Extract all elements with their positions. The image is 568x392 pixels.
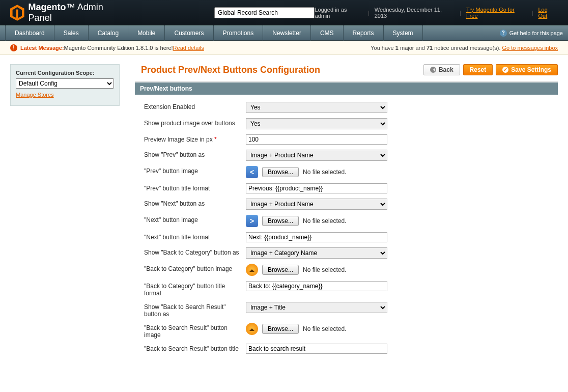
read-details-link[interactable]: Read details: [173, 45, 204, 51]
next-img-label: "Next" button image: [144, 215, 246, 223]
show-next-select[interactable]: Image + Product Name: [246, 199, 387, 210]
show-img-select[interactable]: Yes: [246, 118, 387, 129]
header-bar: Magento™ Admin Panel Logged in as admin …: [0, 0, 568, 25]
msg-text: Magento Community Edition 1.8.1.0 is her…: [64, 45, 173, 51]
config-scope-sidebar: Current Configuration Scope: Default Con…: [10, 64, 120, 106]
nav-newsletter[interactable]: Newsletter: [263, 25, 311, 41]
msg-label: Latest Message:: [20, 45, 64, 51]
prev-title-input[interactable]: [246, 183, 387, 193]
nav-cms[interactable]: CMS: [311, 25, 344, 41]
msg-right: You have 1 major and 71 notice unread me…: [371, 45, 558, 51]
scope-select[interactable]: Default Config: [16, 78, 114, 89]
nav-system[interactable]: System: [384, 25, 423, 41]
show-img-label: Show product image over buttons: [144, 118, 246, 127]
logged-in-text: Logged in as admin: [315, 7, 363, 19]
prev-img-label: "Prev" button image: [144, 166, 246, 175]
show-back-cat-select[interactable]: Image + Category Name: [246, 247, 387, 259]
header-right: Logged in as admin | Wednesday, December…: [315, 7, 558, 19]
try-magento-link[interactable]: Try Magento Go for Free: [466, 7, 527, 19]
check-icon: ✓: [502, 67, 508, 73]
section-header[interactable]: Prev/Next buttons: [135, 82, 558, 95]
global-search-input[interactable]: [214, 7, 315, 18]
back-cat-title-label: "Back to Category" button title format: [144, 281, 246, 297]
page-title: Product Prev/Next Buttons Configuration: [141, 65, 320, 75]
back-cat-browse-button[interactable]: Browse...: [262, 265, 299, 275]
nav-mobile[interactable]: Mobile: [128, 25, 165, 41]
back-search-preview-icon: [246, 323, 258, 335]
manage-stores-link[interactable]: Manage Stores: [16, 92, 54, 98]
show-prev-select[interactable]: Image + Product Name: [246, 150, 387, 161]
messages-inbox-link[interactable]: Go to messages inbox: [502, 45, 558, 51]
magento-icon: [10, 5, 24, 21]
ext-enabled-select[interactable]: Yes: [246, 102, 387, 113]
logout-link[interactable]: Log Out: [538, 7, 558, 19]
main-nav: Dashboard Sales Catalog Mobile Customers…: [0, 25, 568, 41]
save-button[interactable]: ✓Save Settings: [496, 64, 558, 75]
back-cat-preview-icon: [246, 264, 258, 276]
nav-promotions[interactable]: Promotions: [214, 25, 264, 41]
back-search-title-label: "Back to Search Result" button title: [144, 344, 246, 352]
show-prev-label: Show "Prev" button as: [144, 150, 246, 158]
nav-sales[interactable]: Sales: [54, 25, 89, 41]
help-icon: ?: [500, 30, 507, 37]
nav-items: Dashboard Sales Catalog Mobile Customers…: [5, 25, 423, 41]
nav-dashboard[interactable]: Dashboard: [5, 25, 54, 41]
back-cat-file-status: No file selected.: [303, 266, 346, 273]
back-search-browse-button[interactable]: Browse...: [262, 324, 299, 334]
show-back-search-select[interactable]: Image + Title: [246, 302, 387, 313]
brand-text: Magento™ Admin Panel: [29, 2, 128, 23]
page-header: Product Prev/Next Buttons Configuration …: [135, 64, 558, 75]
prev-button-preview-icon: <: [246, 166, 258, 178]
show-back-search-label: Show "Back to Search Result" button as: [144, 302, 246, 318]
next-img-browse-button[interactable]: Browse...: [262, 216, 299, 226]
back-button[interactable]: Back: [423, 64, 460, 75]
header-date: Wednesday, December 11, 2013: [375, 7, 455, 19]
back-cat-title-input[interactable]: [246, 281, 387, 291]
back-search-title-input[interactable]: [246, 344, 387, 354]
alert-icon: !: [10, 44, 17, 51]
next-button-preview-icon: >: [246, 215, 258, 227]
nav-catalog[interactable]: Catalog: [89, 25, 128, 41]
scope-title: Current Configuration Scope:: [16, 70, 114, 76]
help-link[interactable]: ? Get help for this page: [500, 30, 563, 37]
preview-size-label: Preview Image Size in px *: [144, 134, 246, 143]
reset-button[interactable]: Reset: [463, 64, 493, 75]
next-img-file-status: No file selected.: [303, 217, 346, 225]
prev-img-file-status: No file selected.: [303, 169, 346, 176]
back-cat-img-label: "Back to Category" button image: [144, 264, 246, 272]
brand-logo: Magento™ Admin Panel: [10, 2, 128, 23]
config-form: Extension Enabled Yes Show product image…: [135, 95, 558, 356]
preview-size-input[interactable]: [246, 134, 387, 145]
show-back-cat-label: Show "Back to Category" button as: [144, 247, 246, 256]
main-content: Product Prev/Next Buttons Configuration …: [135, 64, 558, 356]
prev-img-browse-button[interactable]: Browse...: [262, 167, 299, 177]
ext-enabled-label: Extension Enabled: [144, 102, 246, 110]
back-search-img-label: "Back to Search Result" button image: [144, 323, 246, 339]
next-title-input[interactable]: [246, 232, 387, 242]
nav-reports[interactable]: Reports: [344, 25, 384, 41]
message-bar: ! Latest Message: Magento Community Edit…: [0, 41, 568, 55]
show-next-label: Show "Next" button as: [144, 199, 246, 207]
back-arrow-icon: [430, 67, 436, 73]
next-title-label: "Next" button title format: [144, 232, 246, 241]
nav-customers[interactable]: Customers: [165, 25, 213, 41]
prev-title-label: "Prev" button title format: [144, 183, 246, 192]
back-search-file-status: No file selected.: [303, 325, 346, 332]
